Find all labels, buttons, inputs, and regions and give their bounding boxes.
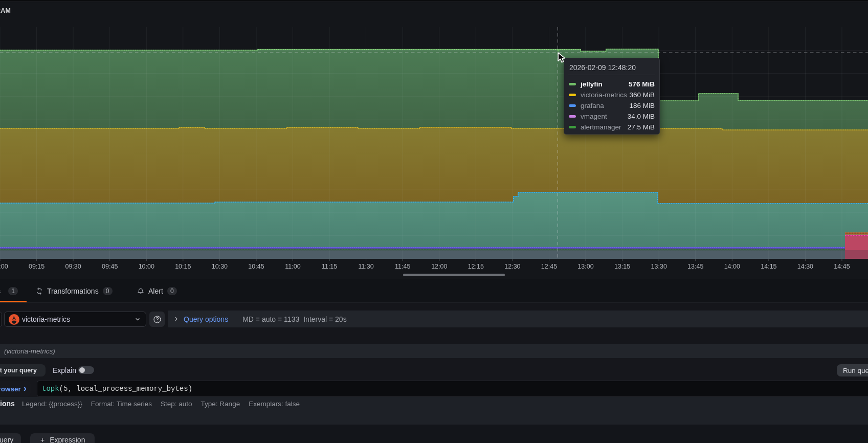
svg-text:09:00: 09:00 [0, 263, 8, 270]
svg-text:10:15: 10:15 [175, 263, 191, 270]
svg-text:13:30: 13:30 [651, 263, 667, 270]
svg-text:14:45: 14:45 [834, 263, 850, 270]
svg-text:09:45: 09:45 [102, 263, 118, 270]
svg-text:13:15: 13:15 [614, 263, 630, 270]
svg-text:10:45: 10:45 [248, 263, 264, 270]
svg-text:14:00: 14:00 [724, 263, 740, 270]
svg-text:10:30: 10:30 [212, 263, 228, 270]
svg-text:09:15: 09:15 [29, 263, 44, 270]
svg-text:14:15: 14:15 [761, 263, 776, 270]
svg-text:12:00: 12:00 [431, 263, 447, 270]
svg-text:11:30: 11:30 [358, 263, 373, 270]
svg-text:12:15: 12:15 [468, 263, 484, 270]
svg-text:13:00: 13:00 [577, 263, 593, 270]
svg-text:12:45: 12:45 [541, 263, 557, 270]
svg-text:12:30: 12:30 [504, 263, 520, 270]
svg-text:09:30: 09:30 [65, 263, 81, 270]
svg-text:11:00: 11:00 [285, 263, 300, 270]
svg-text:10:00: 10:00 [139, 263, 154, 270]
svg-text:13:45: 13:45 [687, 263, 703, 270]
svg-text:11:15: 11:15 [322, 263, 337, 270]
svg-text:14:30: 14:30 [797, 263, 813, 270]
svg-text:11:45: 11:45 [395, 263, 410, 270]
